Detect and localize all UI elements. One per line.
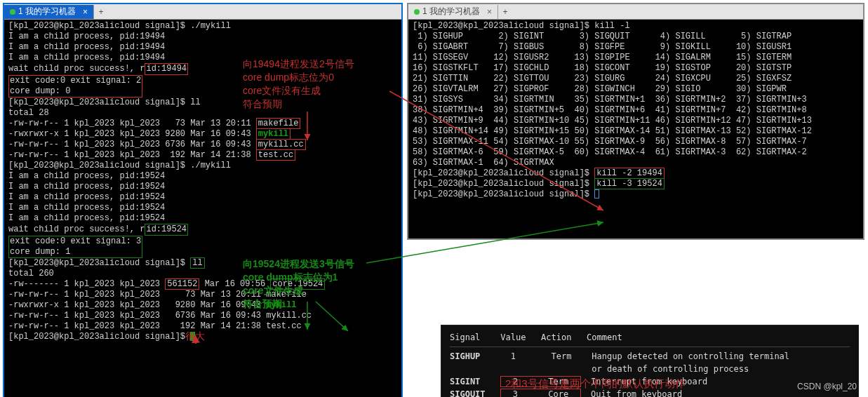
annot-line: 向19494进程发送2号信号 (243, 58, 354, 71)
annot-bottom: 2和3号信号是两个不同的默认执行动作 (505, 377, 686, 391)
annot-line: core dump标志位为1 (243, 271, 354, 284)
status-dot-icon (10, 9, 15, 15)
right-terminal-window[interactable]: 1 我的学习机器 × + [kpl_2023@kpl_2023alicloud … (407, 3, 864, 240)
close-icon[interactable]: × (487, 7, 492, 17)
right-terminal-body[interactable]: [kpl_2023@kpl_2023alicloud signal]$ kill… (408, 20, 863, 201)
annot-red-block: 向19494进程发送2号信号 core dump标志位为0 core文件没有生成… (243, 58, 354, 111)
right-tab[interactable]: 1 我的学习机器 × (408, 5, 498, 19)
tab-title: 1 我的学习机器 (422, 6, 480, 18)
status-dot-icon (414, 9, 420, 15)
watermark: CSDN @kpl_20 (797, 382, 857, 391)
right-tabstrip: 1 我的学习机器 × + (408, 4, 863, 20)
new-tab-button[interactable]: + (498, 7, 512, 17)
close-icon[interactable]: × (83, 7, 88, 17)
annot-line: 符合预期 (243, 297, 354, 311)
left-tab-active[interactable]: 1 我的学习机器 × (4, 5, 94, 19)
annot-bigred: 很大 (185, 330, 205, 343)
annot-green-block: 向19524进程发送3号信号 core dump标志位为1 core文件生成 符… (243, 257, 354, 311)
annot-line: 向19524进程发送3号信号 (243, 257, 354, 271)
annot-line: core dump标志位为0 (243, 71, 354, 84)
annot-line: core文件没有生成 (243, 84, 354, 97)
tab-title: 1 我的学习机器 (18, 6, 76, 18)
left-tabstrip: 1 我的学习机器 × + (4, 4, 401, 20)
annot-line: 符合预期 (243, 97, 354, 111)
new-tab-button[interactable]: + (94, 7, 108, 17)
annot-line: core文件生成 (243, 284, 354, 297)
